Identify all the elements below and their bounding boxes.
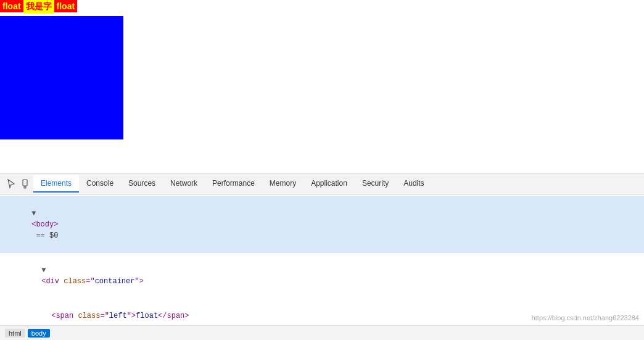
dom-body-line[interactable]: ▼ <body> == $0	[0, 196, 644, 253]
tab-security[interactable]: Security	[355, 175, 396, 193]
blue-box	[0, 16, 123, 139]
tab-memory[interactable]: Memory	[262, 175, 303, 193]
tab-audits[interactable]: Audits	[396, 175, 431, 193]
svg-rect-1	[24, 186, 26, 188]
breadcrumb-body[interactable]: body	[28, 329, 50, 338]
float-right-span: float	[54, 0, 78, 12]
tab-performance[interactable]: Performance	[205, 175, 262, 193]
watermark: https://blog.csdn.net/zhang6223284	[532, 314, 639, 321]
tab-network[interactable]: Network	[163, 175, 205, 193]
tab-sources[interactable]: Sources	[121, 175, 163, 193]
devtools-panel: Elements Console Sources Network Perform…	[0, 173, 644, 340]
device-icon[interactable]	[19, 176, 33, 191]
breadcrumb-html[interactable]: html	[5, 329, 25, 338]
tab-elements[interactable]: Elements	[33, 175, 79, 193]
tab-console[interactable]: Console	[79, 175, 121, 193]
cursor-icon[interactable]	[4, 176, 19, 191]
float-demo: float我是字float	[0, 0, 123, 139]
float-middle-span: 我是字	[23, 0, 54, 14]
dom-tree: ▼ <body> == $0 ▼ <div class="container">…	[0, 195, 644, 325]
float-left-span: float	[0, 0, 23, 12]
breadcrumb: html body	[0, 325, 644, 340]
dom-div-container[interactable]: ▼ <div class="container">	[0, 253, 644, 299]
devtools-toolbar: Elements Console Sources Network Perform…	[0, 173, 644, 195]
svg-rect-0	[23, 180, 27, 186]
preview-area: float我是字float	[0, 0, 644, 173]
float-container-top: float我是字float	[0, 0, 77, 14]
tab-application[interactable]: Application	[303, 175, 355, 193]
